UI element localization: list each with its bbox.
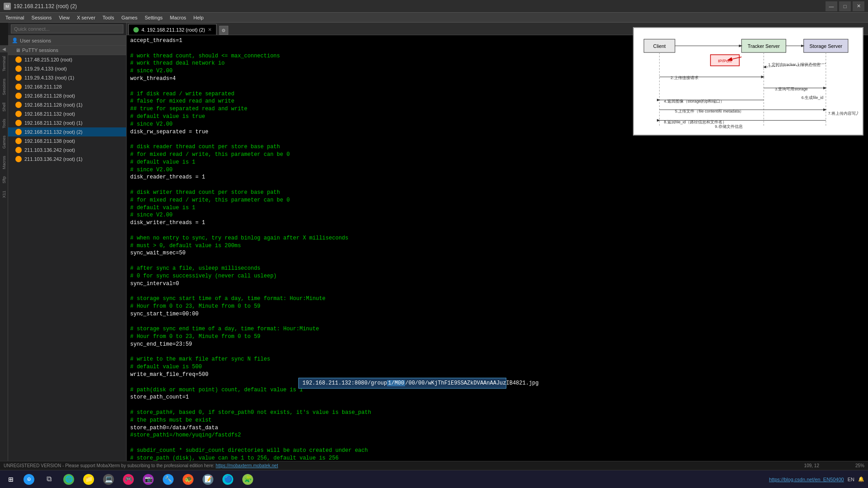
terminal-line-18: disk_reader_threads = 1 (130, 174, 864, 181)
session-label-4: 192.168.211.128 (root) (24, 93, 75, 99)
taskbar-app2[interactable]: 🎮 (119, 472, 137, 487)
menu-terminal[interactable]: Terminal (2, 14, 28, 21)
diagram-overlay: Client IP/Port Tracker Server Storage Se… (633, 27, 863, 136)
tab-close-button[interactable]: ✕ (208, 27, 212, 32)
session-item-6[interactable]: 192.168.211.132 (root) (8, 109, 126, 118)
start-button[interactable]: ⊞ (4, 472, 18, 487)
session-label-1: 119.29.4.133 (root) (24, 66, 67, 71)
svg-text:IP/Port: IP/Port (718, 58, 731, 63)
tab-shell[interactable]: Shell (1, 99, 7, 115)
tab-sessions[interactable]: Sessions (1, 75, 7, 99)
taskbar-app5[interactable]: 🐢 (179, 472, 197, 487)
terminal-line-54: # subdir_count * subdir_count directorie… (130, 447, 864, 455)
taskbar-app1[interactable]: 💻 (99, 472, 118, 487)
taskbar-chrome[interactable]: 🌐 (60, 472, 78, 487)
menu-settings[interactable]: Settings (141, 14, 166, 21)
session-item-3[interactable]: 192.168.211.128 (8, 82, 126, 91)
terminal-line-31: # 0 for sync successively (never call us… (130, 272, 864, 280)
taskbar-app3[interactable]: 📷 (139, 472, 157, 487)
terminal-line-41 (130, 348, 864, 356)
menu-view[interactable]: View (55, 14, 73, 21)
tab-sftp[interactable]: Sftp (1, 173, 7, 187)
taskbar-app6[interactable]: 📝 (199, 472, 217, 487)
terminal-line-33 (130, 287, 864, 295)
menu-help[interactable]: Help (190, 14, 208, 21)
tab-status-icon (133, 27, 139, 33)
left-panel-tabs: ◀ Terminal Sessions Shell Tools Games Ma… (0, 45, 8, 483)
menu-tools[interactable]: Tools (99, 14, 118, 21)
quick-connect-section (8, 23, 126, 36)
url-bar-overlay: 192.168.211.132:8080/group1/M00/00/00/wK… (298, 378, 506, 389)
tab-tools[interactable]: Tools (1, 115, 7, 132)
session-item-5[interactable]: 192.168.211.128 (root) (1) (8, 100, 126, 109)
terminal-line-49: # store_path#, based 0, if store_path0 n… (130, 409, 864, 417)
panel-arrow[interactable]: ◀ (0, 45, 8, 52)
menu-bar: Terminal Sessions View X server Tools Ga… (0, 13, 868, 23)
menu-sessions[interactable]: Sessions (28, 14, 56, 21)
terminal-line-14: # disk reader thread count per store bas… (130, 143, 864, 151)
terminal-line-26: # when no entry to sync, try read binlog… (130, 235, 864, 242)
terminal-line-43: # default value is 500 (130, 363, 864, 371)
session-icon-7 (15, 120, 22, 126)
session-item-2[interactable]: 119.29.4.133 (root) (1) (8, 73, 126, 82)
terminal-line-16: # default value is 1 (130, 159, 864, 166)
taskbar-app4[interactable]: 🔧 (159, 472, 177, 487)
session-item-4[interactable]: 192.168.211.128 (root) (8, 91, 126, 100)
taskbar: ⊞ ⊙ ⧉ 🌐 📁 💻 🎮 📷 🔧 🐢 📝 🔵 🧩 https://blog.c… (0, 470, 868, 488)
active-tab[interactable]: 4. 192.168.211.132 (root) (2) ✕ (128, 24, 217, 35)
session-label-3: 192.168.211.128 (24, 84, 62, 89)
terminal-line-25 (130, 227, 864, 235)
close-button[interactable]: ✕ (853, 1, 864, 11)
taskbar-app8[interactable]: 🧩 (239, 472, 257, 487)
tab-macros[interactable]: Macros (1, 152, 7, 173)
session-item-9[interactable]: 192.168.211.138 (root) (8, 136, 126, 145)
terminal-line-20: # disk writer thread count per store bas… (130, 189, 864, 197)
session-item-10[interactable]: 211.103.136.242 (root) (8, 145, 126, 155)
menu-macros[interactable]: Macros (166, 14, 190, 21)
terminal-line-51: store_path0=/data/fast_data (130, 424, 864, 432)
terminal-line-39: # Hour from 0 to 23, Minute from 0 to 59 (130, 333, 864, 341)
session-item-11[interactable]: 211.103.136.242 (root) (1) (8, 155, 126, 164)
tab-settings-button[interactable]: ⚙ (219, 26, 228, 35)
taskbar-taskview[interactable]: ⧉ (40, 472, 58, 487)
terminal-line-17: # since V2.00 (130, 166, 864, 174)
session-item-1[interactable]: 119.29.4.133 (root) (8, 64, 126, 73)
maximize-button[interactable]: □ (839, 1, 851, 11)
taskbar-app7[interactable]: 🔵 (219, 472, 237, 487)
taskbar-url[interactable]: https://blog.csdn.net/en_EN50400 (769, 477, 844, 482)
session-icon-3 (15, 84, 22, 90)
session-item-7[interactable]: 192.168.211.132 (root) (1) (8, 118, 126, 127)
svg-text:3.查询可用storage: 3.查询可用storage (775, 87, 808, 91)
tab-terminal[interactable]: Terminal (1, 52, 7, 75)
taskbar-explorer[interactable]: 📁 (80, 472, 98, 487)
window-title: 192.168.211.132 (root) (2) (14, 3, 826, 9)
title-bar: M 192.168.211.132 (root) (2) — □ ✕ (0, 0, 868, 13)
tab-games[interactable]: Games (1, 132, 7, 152)
tab-x11[interactable]: X11 (1, 187, 7, 202)
menu-games[interactable]: Games (118, 14, 141, 21)
mobatek-link[interactable]: https://mobaxterm.mobatek.net (216, 463, 278, 468)
user-sessions-icon: 👤 (12, 38, 18, 43)
session-label-7: 192.168.211.132 (root) (1) (24, 120, 82, 126)
quick-connect-input[interactable] (11, 24, 123, 33)
session-item-0[interactable]: 117.48.215.120 (root) (8, 55, 126, 64)
session-icon-10 (15, 147, 22, 153)
terminal-line-37 (130, 318, 864, 325)
taskbar-keyboard: 🔔 (858, 476, 864, 482)
terminal-line-23: # since V2.00 (130, 211, 864, 219)
taskbar-cortana[interactable]: ⊙ (20, 472, 38, 487)
session-item-8[interactable]: 192.168.211.132 (root) (2) (8, 127, 126, 136)
terminal-line-29 (130, 257, 864, 265)
session-icon-2 (15, 75, 22, 81)
window-controls: — □ ✕ (826, 1, 864, 11)
putty-label: PuTTY sessions (22, 47, 58, 53)
minimize-button[interactable]: — (826, 1, 837, 11)
unregistered-bar: UNREGISTERED VERSION - Please support Mo… (0, 461, 868, 470)
user-sessions-label: User sessions (20, 38, 51, 43)
terminal-line-36: sync_start_time=00:00 (130, 310, 864, 318)
architecture-diagram: Client IP/Port Tracker Server Storage Se… (638, 33, 858, 130)
terminal-line-28: sync_wait_msec=50 (130, 249, 864, 257)
terminal-line-50: # the paths must be exist (130, 417, 864, 424)
menu-xserver[interactable]: X server (73, 14, 99, 21)
terminal-line-19 (130, 181, 864, 189)
